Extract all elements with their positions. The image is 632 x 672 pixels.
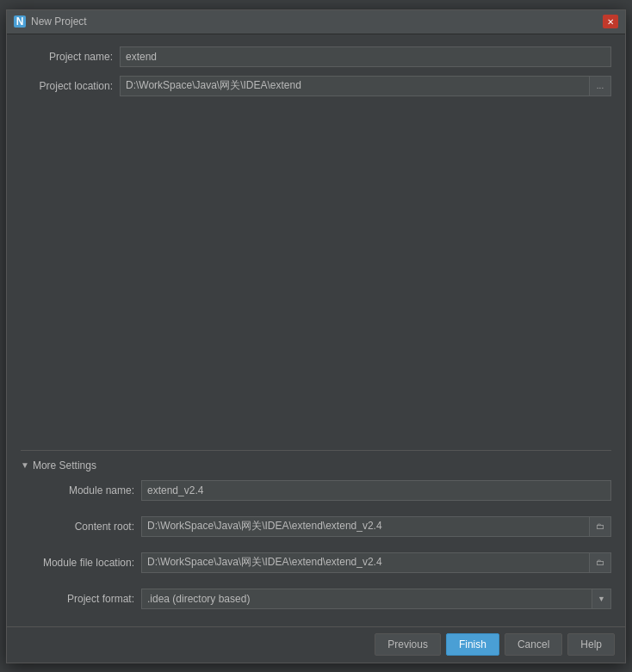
project-location-row: Project location: ... (21, 76, 611, 96)
project-location-input[interactable] (120, 76, 589, 96)
project-location-label: Project location: (21, 80, 120, 92)
content-root-row: Content root: 🗀 (21, 516, 611, 537)
project-format-row: Project format: .idea (directory based) … (21, 589, 611, 609)
more-settings-content: Module name: Content root: 🗀 Module file… (21, 480, 611, 618)
project-name-row: Project name: (21, 46, 611, 67)
new-project-dialog: N New Project ✕ Project name: Project lo… (6, 9, 626, 663)
project-name-label: Project name: (21, 51, 120, 63)
more-settings-label: More Settings (33, 459, 96, 472)
content-root-browse-button[interactable]: 🗀 (589, 516, 611, 537)
content-spacer (21, 105, 611, 447)
title-bar: N New Project ✕ (7, 10, 625, 34)
project-location-browse-button[interactable]: ... (589, 76, 611, 96)
content-root-input[interactable] (141, 516, 589, 537)
project-format-dropdown-arrow[interactable]: ▼ (592, 589, 611, 609)
more-settings-header[interactable]: ▼ More Settings (21, 459, 611, 472)
previous-button[interactable]: Previous (375, 633, 441, 656)
dialog-footer: Previous Finish Cancel Help (7, 626, 625, 663)
module-file-location-browse-button[interactable]: 🗀 (589, 552, 611, 573)
module-file-location-row: Module file location: 🗀 (21, 552, 611, 573)
finish-button[interactable]: Finish (446, 633, 499, 656)
project-name-input[interactable] (120, 46, 611, 67)
dialog-content: Project name: Project location: ... ▼ Mo… (7, 34, 625, 626)
content-root-label: Content root: (21, 521, 141, 533)
cancel-button[interactable]: Cancel (505, 633, 562, 656)
collapse-arrow-icon: ▼ (21, 460, 29, 470)
module-name-row: Module name: (21, 480, 611, 501)
dialog-icon: N (14, 15, 26, 28)
module-file-location-input-group: 🗀 (141, 552, 611, 573)
project-location-input-group: ... (120, 76, 611, 96)
project-format-select[interactable]: .idea (directory based) (141, 589, 592, 609)
module-name-input[interactable] (141, 480, 611, 501)
dialog-title: New Project (31, 15, 87, 28)
module-file-location-input[interactable] (141, 552, 589, 573)
content-root-input-group: 🗀 (141, 516, 611, 537)
module-file-location-label: Module file location: (21, 557, 141, 569)
project-format-select-group: .idea (directory based) ▼ (141, 589, 611, 609)
module-name-label: Module name: (21, 484, 141, 496)
close-button[interactable]: ✕ (603, 15, 618, 28)
title-bar-left: N New Project (14, 15, 87, 28)
help-button[interactable]: Help (567, 633, 615, 656)
project-format-label: Project format: (21, 593, 141, 605)
more-settings-section: ▼ More Settings Module name: Content roo… (21, 450, 611, 618)
